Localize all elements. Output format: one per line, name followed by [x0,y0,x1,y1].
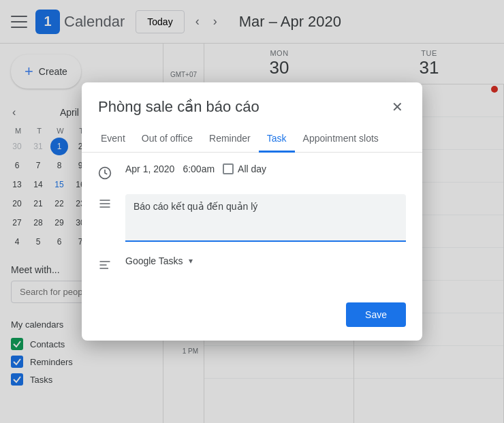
date-time-row: Apr 1, 2020 6:00am All day [125,163,406,174]
event-date: Apr 1, 2020 [125,163,174,174]
event-modal: Phòng sale cần báo cáo ✕ EventOut of off… [82,82,422,341]
tasks-list-icon [98,258,114,275]
save-button[interactable]: Save [346,302,406,327]
modal-tab-reminder[interactable]: Reminder [201,126,259,153]
allday-label: All day [238,163,266,174]
dropdown-arrow[interactable]: ▾ [189,256,193,266]
allday-check[interactable]: All day [223,163,266,174]
modal-title-bar: Phòng sale cần báo cáo ✕ [82,82,422,126]
description-content [125,194,406,245]
modal-tab-event[interactable]: Event [93,126,133,153]
tasks-row: Google Tasks ▾ [98,255,406,275]
datetime-content: Apr 1, 2020 6:00am All day [125,163,406,174]
modal-tabs: EventOut of officeReminderTaskAppointmen… [82,126,422,153]
description-input[interactable] [125,194,406,242]
modal-close-button[interactable]: ✕ [389,96,406,118]
modal-overlay[interactable]: Phòng sale cần báo cáo ✕ EventOut of off… [0,0,504,423]
description-row [98,194,406,245]
modal-tab-task[interactable]: Task [259,126,295,153]
modal-tab-out-of-office[interactable]: Out of office [133,126,201,153]
tasks-dropdown-row: Google Tasks ▾ [125,255,193,266]
list-icon [98,197,114,214]
event-time: 6:00am [183,163,215,174]
datetime-row: Apr 1, 2020 6:00am All day [98,163,406,183]
tasks-list-label: Google Tasks [125,255,183,266]
clock-icon [98,166,114,183]
allday-checkbox[interactable] [223,163,234,174]
modal-footer: Save [82,297,422,341]
modal-tab-appointment-slots[interactable]: Appointment slots [295,126,387,153]
modal-title: Phòng sale cần báo cáo [98,98,259,116]
modal-body: Apr 1, 2020 6:00am All day [82,153,422,297]
